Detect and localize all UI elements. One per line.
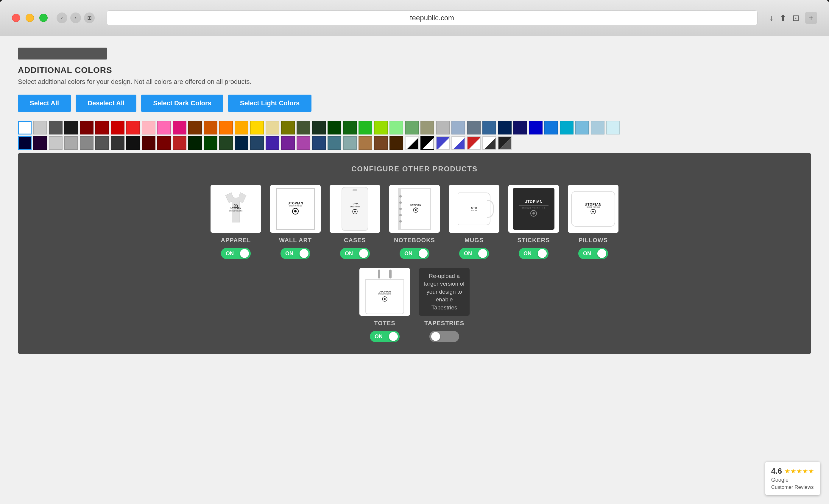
swatch-verydarkgreen[interactable] [312, 121, 326, 134]
swatch-skyblue[interactable] [575, 121, 589, 134]
swatch-darkpurple[interactable] [33, 136, 47, 150]
download-icon[interactable]: ↓ [769, 13, 773, 23]
swatch-sienna[interactable] [374, 136, 388, 150]
toggle-mugs[interactable]: ON [459, 248, 489, 259]
swatch-darkred[interactable] [80, 121, 94, 134]
swatch-diag2[interactable] [421, 136, 434, 150]
toggle-wallart[interactable]: ON [281, 248, 310, 259]
swatch-green3[interactable] [219, 136, 233, 150]
share-icon[interactable]: ⬆ [780, 13, 786, 23]
swatch-powderblue[interactable] [591, 121, 605, 134]
toggle-knob-totes [389, 332, 398, 341]
swatch-navy[interactable] [235, 136, 248, 150]
swatch-gray3[interactable] [80, 136, 94, 150]
swatch-midnightblue[interactable] [18, 136, 32, 150]
swatch-darkred2[interactable] [142, 136, 155, 150]
swatch-silver[interactable] [436, 121, 449, 134]
add-tab-button[interactable]: + [805, 12, 817, 24]
toggle-apparel[interactable]: ON [221, 248, 251, 259]
swatch-gray6[interactable] [126, 136, 140, 150]
swatch-slategray[interactable] [467, 121, 480, 134]
swatch-teal[interactable] [560, 121, 574, 134]
address-bar[interactable]: teepublic.com [107, 10, 758, 25]
swatch-lightcadet[interactable] [343, 136, 357, 150]
swatch-white[interactable] [18, 121, 32, 134]
swatch-hotpink[interactable] [157, 121, 171, 134]
swatch-magenta[interactable] [297, 136, 310, 150]
swatch-darkgreen[interactable] [328, 121, 341, 134]
swatch-seafoam[interactable] [405, 121, 419, 134]
product-card-wallart: UTOPIAN CROWD THINKING WALL ART ON [268, 185, 322, 259]
swatch-diag5[interactable] [467, 136, 480, 150]
maximize-button[interactable] [39, 14, 48, 22]
reviews-badge[interactable]: 4.6 ★★★★★ Google Customer Reviews [765, 462, 820, 495]
select-all-button[interactable]: Select All [18, 94, 71, 112]
toggle-stickers[interactable]: ON [519, 248, 548, 259]
swatch-darkblue[interactable] [513, 121, 527, 134]
swatch-lightgray[interactable] [33, 121, 47, 134]
swatch-burnt[interactable] [204, 121, 217, 134]
swatch-deeppink[interactable] [173, 121, 186, 134]
swatch-steelblue[interactable] [482, 121, 496, 134]
swatch-tan[interactable] [359, 136, 372, 150]
swatch-medgreen[interactable] [359, 121, 372, 134]
swatch-diag3[interactable] [436, 136, 449, 150]
select-light-button[interactable]: Select Light Colors [228, 94, 312, 112]
swatch-amber[interactable] [235, 121, 248, 134]
swatch-darkgreen2[interactable] [188, 136, 202, 150]
swatch-diag4[interactable] [452, 136, 465, 150]
swatch-nearblack[interactable] [64, 121, 78, 134]
swatch-gold[interactable] [250, 121, 264, 134]
toggle-cases[interactable]: ON [340, 248, 370, 259]
close-button[interactable] [12, 14, 20, 22]
forward-button[interactable]: › [70, 12, 81, 23]
swatch-red3[interactable] [126, 121, 140, 134]
swatch-darkgray[interactable] [49, 121, 63, 134]
swatch-blue2[interactable] [250, 136, 264, 150]
toggle-totes[interactable]: ON [370, 331, 400, 342]
toggle-notebooks[interactable]: ON [400, 248, 429, 259]
toggle-tapestries[interactable] [429, 331, 459, 342]
product-label-notebooks: NOTEBOOKS [394, 237, 435, 244]
swatch-medblue[interactable] [544, 121, 558, 134]
swatch-darkolive[interactable] [297, 121, 310, 134]
swatch-lightpink[interactable] [142, 121, 155, 134]
back-button[interactable]: ‹ [57, 12, 67, 23]
swatch-gray1[interactable] [49, 136, 63, 150]
minimize-button[interactable] [26, 14, 34, 22]
swatch-blue3[interactable] [312, 136, 326, 150]
swatch-violet[interactable] [281, 136, 295, 150]
swatch-blue[interactable] [529, 121, 543, 134]
swatch-navyblue[interactable] [498, 121, 512, 134]
swatch-green2[interactable] [204, 136, 217, 150]
tab-icon[interactable]: ⊡ [792, 13, 799, 23]
swatch-lightblue2[interactable] [452, 121, 465, 134]
swatch-darksienna[interactable] [390, 136, 403, 150]
swatch-red5[interactable] [173, 136, 186, 150]
swatch-cadet[interactable] [328, 136, 341, 150]
toggle-pillows[interactable]: ON [578, 248, 608, 259]
additional-colors-section: ADDITIONAL COLORS Select additional colo… [18, 66, 811, 150]
swatch-red4[interactable] [157, 136, 171, 150]
swatch-brown[interactable] [188, 121, 202, 134]
select-dark-button[interactable]: Select Dark Colors [141, 94, 223, 112]
swatch-diag6[interactable] [482, 136, 496, 150]
swatch-crimson[interactable] [95, 121, 109, 134]
swatch-limegreen[interactable] [374, 121, 388, 134]
swatch-gray2[interactable] [64, 136, 78, 150]
swatch-red2[interactable] [111, 121, 124, 134]
swatch-khaki[interactable] [421, 121, 434, 134]
swatch-diag7[interactable] [498, 136, 512, 150]
deselect-all-button[interactable]: Deselect All [76, 94, 136, 112]
swatch-wheat[interactable] [265, 121, 279, 134]
swatch-purple[interactable] [265, 136, 279, 150]
swatch-lightgreen[interactable] [390, 121, 403, 134]
reading-view-button[interactable]: ⊞ [84, 12, 95, 23]
swatch-verylightblue[interactable] [606, 121, 620, 134]
swatch-gray5[interactable] [111, 136, 124, 150]
swatch-olive[interactable] [281, 121, 295, 134]
swatch-orange[interactable] [219, 121, 233, 134]
swatch-diag1[interactable] [405, 136, 419, 150]
swatch-green[interactable] [343, 121, 357, 134]
swatch-gray4[interactable] [95, 136, 109, 150]
